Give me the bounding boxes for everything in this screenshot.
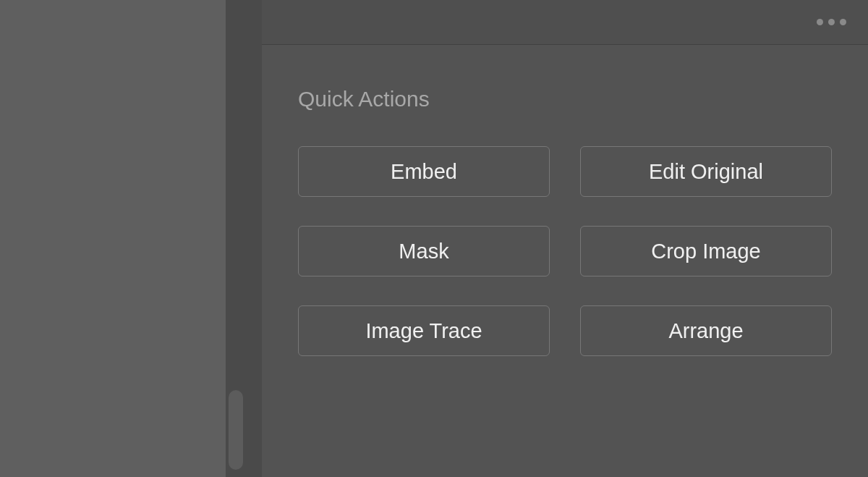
image-trace-button[interactable]: Image Trace [298, 305, 550, 356]
panel-menu-icon[interactable] [817, 19, 846, 25]
properties-panel: Quick Actions Embed Edit Original Mask C… [262, 0, 868, 477]
vertical-scrollbar-thumb[interactable] [229, 390, 243, 470]
edit-original-button[interactable]: Edit Original [580, 146, 832, 197]
vertical-scrollbar-track[interactable] [226, 0, 246, 477]
crop-image-button[interactable]: Crop Image [580, 226, 832, 277]
arrange-button[interactable]: Arrange [580, 305, 832, 356]
panel-content: Quick Actions Embed Edit Original Mask C… [262, 45, 868, 477]
canvas-area [0, 0, 246, 477]
embed-button[interactable]: Embed [298, 146, 550, 197]
quick-actions-grid: Embed Edit Original Mask Crop Image Imag… [298, 146, 832, 356]
mask-button[interactable]: Mask [298, 226, 550, 277]
panel-divider [246, 0, 262, 477]
quick-actions-heading: Quick Actions [298, 87, 832, 111]
panel-header [262, 0, 868, 45]
